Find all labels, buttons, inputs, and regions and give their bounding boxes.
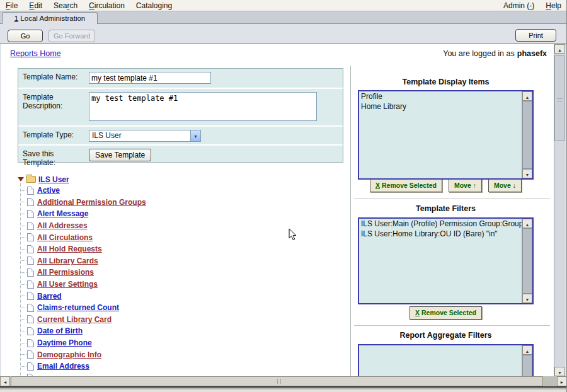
template-form: Template Name: Template Description: my … xyxy=(18,68,343,163)
scroll-down-button[interactable]: ▼ xyxy=(554,367,565,376)
scroll-up-button[interactable]: ▲ xyxy=(522,91,532,101)
scroll-up-button[interactable]: ▲ xyxy=(554,44,565,54)
menu-cataloging[interactable]: Cataloging xyxy=(130,1,178,11)
tree-item-link[interactable]: Additional Permission Groups xyxy=(37,198,146,207)
display-items-title: Template Display Items xyxy=(358,78,534,86)
listbox-scrollbar[interactable]: ▲ ▼ xyxy=(522,219,532,303)
listbox-scrollbar[interactable]: ▲ ▼ xyxy=(522,345,532,376)
listbox-scrollbar[interactable]: ▲ ▼ xyxy=(522,91,532,178)
document-icon xyxy=(27,233,34,241)
tree-item-link[interactable]: Barred xyxy=(37,292,62,301)
document-icon xyxy=(27,315,34,323)
document-icon xyxy=(27,280,34,289)
template-type-select[interactable]: ILS User ▼ xyxy=(89,130,201,142)
tree-item[interactable]: Active xyxy=(18,185,345,197)
form-row-description: Template Description: my test template #… xyxy=(18,89,343,125)
save-template-button[interactable]: Save Template xyxy=(89,149,151,161)
tree-item-link[interactable]: Alert Message xyxy=(37,209,88,218)
move-down-button[interactable]: Move ↓ xyxy=(488,179,522,192)
scrollbar-thumb[interactable] xyxy=(522,101,532,169)
scroll-left-button[interactable]: ◄ xyxy=(0,376,10,386)
tree-item[interactable]: All User Settings xyxy=(18,279,345,291)
content-area: Reports Home You are logged in asphasefx… xyxy=(1,44,554,376)
menu-help[interactable]: Help xyxy=(540,1,567,11)
tree-item[interactable]: Barred xyxy=(18,290,345,302)
tree-item[interactable]: Daytime Phone xyxy=(18,337,345,349)
form-row-name: Template Name: xyxy=(18,69,343,88)
tree-item[interactable]: Email Address xyxy=(18,360,345,372)
tree-item-link[interactable]: All Permissions xyxy=(37,268,94,277)
scroll-down-button[interactable]: ▼ xyxy=(522,294,532,303)
print-page-button[interactable]: Print Page xyxy=(515,29,556,42)
scrollbar-thumb[interactable] xyxy=(11,376,543,386)
display-items-listbox[interactable]: Profile Home Library ▲ ▼ xyxy=(358,90,534,180)
list-item[interactable]: ILS User:Main (Profile) Permission Group… xyxy=(359,219,522,229)
tab-local-administration[interactable]: 1 Local Administration xyxy=(2,12,98,25)
template-type-label: Template Type: xyxy=(18,127,89,144)
tree-item-link[interactable]: Email Address xyxy=(37,362,89,371)
tree-item-link[interactable]: All Circulations xyxy=(37,233,93,242)
tree-item-link[interactable]: Current Library Card xyxy=(37,315,112,324)
scrollbar-thumb[interactable] xyxy=(522,228,532,294)
menu-file[interactable]: File xyxy=(0,1,23,11)
tree-item[interactable]: Date of Birth xyxy=(18,325,345,337)
vertical-scrollbar[interactable]: ▲ ▼ xyxy=(554,44,565,376)
go-back-button[interactable]: Go Back xyxy=(8,30,43,42)
tree-item[interactable]: Demographic Info xyxy=(18,349,345,360)
scroll-up-button[interactable]: ▲ xyxy=(522,345,532,355)
template-description-field[interactable]: my test template #1 xyxy=(89,92,317,121)
tree-item-link[interactable]: Active xyxy=(37,186,60,195)
template-name-label: Template Name: xyxy=(18,69,89,88)
tree-item-link[interactable]: All Hold Requests xyxy=(37,245,102,253)
section-separator xyxy=(354,198,550,199)
tree-item[interactable]: All Hold Requests xyxy=(18,243,345,255)
expanded-triangle-icon[interactable] xyxy=(18,177,24,182)
dropdown-arrow-icon[interactable]: ▼ xyxy=(190,130,200,141)
scroll-up-button[interactable]: ▲ xyxy=(522,219,532,228)
aggregate-filters-listbox[interactable]: ▲ ▼ xyxy=(358,344,534,376)
tree-root-row[interactable]: ILS User xyxy=(18,174,345,185)
tree-item-link[interactable]: All Library Cards xyxy=(37,257,98,265)
form-row-save: Save this Template: Save Template xyxy=(18,146,343,162)
menu-edit[interactable]: Edit xyxy=(23,1,48,11)
scroll-right-button[interactable]: ► xyxy=(557,376,567,386)
mouse-cursor xyxy=(289,228,297,241)
tree-item[interactable]: All Library Cards xyxy=(18,255,345,267)
scrollbar-thumb[interactable] xyxy=(522,355,532,376)
document-icon xyxy=(27,245,34,253)
menu-search[interactable]: Search xyxy=(48,1,83,11)
tree-item[interactable]: Alert Message xyxy=(18,208,345,220)
move-up-button[interactable]: Move ↑ xyxy=(449,179,482,192)
horizontal-scrollbar[interactable]: ◄ ► xyxy=(0,376,567,386)
menu-admin[interactable]: Admin (-) xyxy=(498,1,540,11)
logged-in-status: You are logged in asphasefx xyxy=(443,49,547,58)
form-row-type: Template Type: ILS User ▼ xyxy=(18,127,343,144)
reports-home-link[interactable]: Reports Home xyxy=(10,49,61,58)
scroll-down-button[interactable]: ▼ xyxy=(522,169,532,178)
tree-item-link[interactable]: Claims-returned Count xyxy=(37,303,119,312)
template-filters-listbox[interactable]: ILS User:Main (Profile) Permission Group… xyxy=(358,217,534,304)
menu-circulation[interactable]: Circulation xyxy=(83,1,130,11)
list-item[interactable]: Home Library xyxy=(359,101,522,112)
list-item[interactable]: Profile xyxy=(359,91,522,101)
remove-selected-button[interactable]: X Remove Selected xyxy=(370,179,442,192)
scrollbar-thumb[interactable] xyxy=(554,55,565,141)
menu-bar: File Edit Search Circulation Cataloging … xyxy=(0,0,567,11)
remove-selected-button[interactable]: X Remove Selected xyxy=(410,306,482,320)
tree-item-link[interactable]: Date of Birth xyxy=(37,326,83,335)
tree-item-link[interactable]: Daytime Phone xyxy=(37,338,92,347)
tree-item-link[interactable]: All User Settings xyxy=(37,280,98,289)
list-item[interactable]: ILS User:Home Library:OU ID (Bare) "in" xyxy=(359,229,522,239)
tree-item[interactable]: Current Library Card xyxy=(18,314,345,326)
tree-root-link[interactable]: ILS User xyxy=(38,175,69,184)
tree-item[interactable]: Additional Permission Groups xyxy=(18,197,345,209)
navigation-toolbar: Go Back Go Forward Print Page xyxy=(0,24,567,44)
template-name-field[interactable] xyxy=(89,72,211,84)
document-icon xyxy=(27,222,34,230)
tree-item-link[interactable]: Demographic Info xyxy=(37,350,101,359)
document-icon xyxy=(27,210,34,218)
tree-item-link[interactable]: All Addresses xyxy=(37,221,88,230)
tree-item[interactable]: All Permissions xyxy=(18,267,345,279)
go-forward-button: Go Forward xyxy=(49,30,95,42)
tree-item[interactable]: Claims-returned Count xyxy=(18,302,345,314)
